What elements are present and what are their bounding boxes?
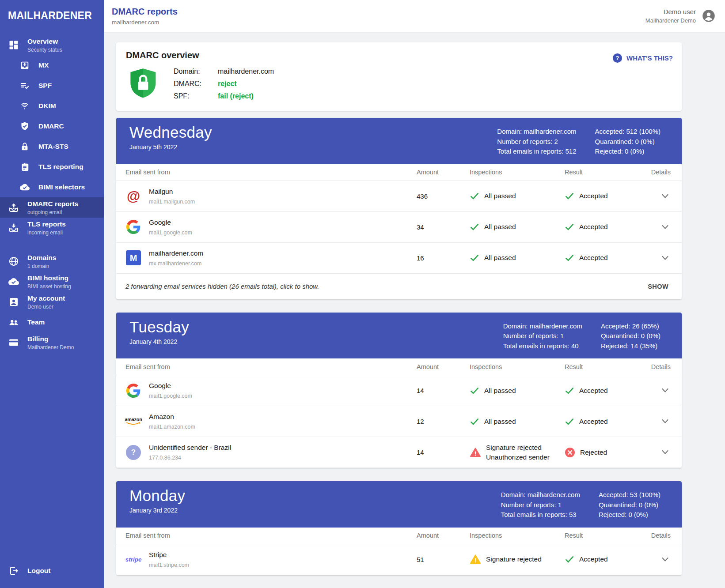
day-stats-left: Domain: mailhardener.comNumber of report… (501, 490, 580, 520)
google-logo (125, 219, 141, 235)
stat-line: Quarantined: 0 (0%) (599, 500, 660, 510)
sender-domain: mx.mailhardener.com (149, 260, 203, 267)
column-header-amount: Amount (417, 532, 470, 539)
lock-icon (19, 141, 30, 152)
check-icon (470, 253, 479, 263)
sidebar-item-my-account[interactable]: My account Demo user (0, 292, 104, 312)
sidebar-item-label: SPF (38, 81, 52, 90)
overview-row-label: Domain: (174, 68, 218, 75)
stat-line: Domain: mailhardener.com (501, 490, 580, 500)
user-box[interactable]: Demo user Mailhardener Demo (645, 8, 715, 24)
whats-this-label: WHAT'S THIS? (626, 54, 673, 62)
day-title: Monday (129, 487, 185, 505)
sidebar-item-label: Billing (27, 335, 74, 343)
sidebar-item-dmarc-reports[interactable]: DMARC reports outgoing email (0, 197, 104, 218)
sidebar-item-mta-sts[interactable]: MTA-STS (0, 136, 104, 157)
sidebar-item-tls-reports[interactable]: TLS reports incoming email (0, 218, 104, 238)
page-titles: DMARC reports mailhardener.com (112, 7, 178, 26)
sender-cell: Google mail1.google.com (125, 382, 417, 399)
account-circle-icon[interactable] (702, 9, 715, 23)
stat-line: Total emails in reports: 53 (501, 510, 580, 520)
sidebar-item-domains[interactable]: Domains 1 domain (0, 251, 104, 271)
dashboard-icon (8, 39, 19, 51)
column-header-result: Result (565, 532, 644, 539)
dmarc-overview-card: DMARC overview ? WHAT'S THIS? Do (116, 42, 682, 111)
overview-row-value: reject (218, 80, 237, 88)
show-button[interactable]: SHOW (641, 279, 676, 294)
day-stats: Domain: mailhardener.comNumber of report… (501, 487, 660, 520)
top-bar: DMARC reports mailhardener.com Demo user… (104, 0, 725, 32)
sidebar-item-billing[interactable]: Billing Mailhardener Demo (0, 332, 104, 353)
result-text: Accepted (579, 254, 608, 262)
sidebar-item-spf[interactable]: SPF (0, 75, 104, 96)
amount-cell: 34 (417, 223, 470, 231)
overview-title: DMARC overview (126, 50, 673, 60)
chevron-down-icon[interactable] (660, 386, 671, 395)
overview-row-label: DMARC: (174, 80, 218, 88)
result-text: Accepted (579, 192, 608, 200)
sidebar-item-team[interactable]: Team (0, 312, 104, 332)
content-area: DMARC overview ? WHAT'S THIS? Do (104, 32, 725, 588)
sidebar-item-dmarc[interactable]: DMARC (0, 116, 104, 136)
column-header-inspections: Inspections (470, 169, 565, 176)
sidebar-item-sublabel: 1 domain (27, 263, 56, 269)
logout-button[interactable]: Logout (0, 561, 104, 581)
table-row[interactable]: amazon Amazon mail1.amazon.com 12 All pa… (116, 406, 682, 437)
sidebar-item-label: TLS reporting (38, 162, 84, 171)
table-row[interactable]: stripe Stripe mail1.stripe.com 51 Signat… (116, 544, 682, 575)
sender-domain: 177.0.86.234 (149, 455, 231, 461)
person-box-icon (8, 296, 19, 308)
day-card-monday: Monday January 3rd 2022 Domain: mailhard… (116, 481, 682, 575)
chevron-down-icon[interactable] (660, 223, 671, 231)
sender-domain: mail1.stripe.com (149, 562, 189, 568)
inspections-cell: All passed (470, 222, 565, 232)
column-header-details: Details (644, 169, 672, 176)
table-row[interactable]: @ Mailgun mail1.mailgun.com 436 All pass… (116, 181, 682, 212)
sidebar-item-dkim[interactable]: DKIM (0, 96, 104, 116)
hidden-senders-row[interactable]: 2 forwarding email services hidden (26 e… (116, 274, 682, 299)
stripe-logo: stripe (125, 551, 141, 567)
day-stats: Domain: mailhardener.comNumber of report… (503, 318, 660, 351)
exit-icon (8, 565, 19, 577)
day-cards: Wednesday January 5th 2022 Domain: mailh… (116, 118, 682, 575)
sidebar-item-tls-reporting[interactable]: TLS reporting (0, 157, 104, 177)
table-row[interactable]: Google mail1.google.com 14 All passed Ac… (116, 375, 682, 406)
sidebar-item-overview[interactable]: Overview Security status (0, 35, 104, 55)
sidebar-item-label: BIMI selectors (38, 183, 85, 192)
sender-name: Google (149, 219, 192, 226)
sender-cell: stripe Stripe mail1.stripe.com (125, 551, 417, 568)
team-icon (8, 317, 19, 328)
stat-line: Total emails in reports: 40 (503, 341, 582, 351)
sender-cell: amazon Amazon mail1.amazon.com (125, 413, 417, 430)
table-row[interactable]: M mailhardener.com mx.mailhardener.com 1… (116, 243, 682, 274)
sidebar-nav: Overview Security status MX SPF DKIM DMA… (0, 35, 104, 353)
chevron-down-icon[interactable] (660, 254, 671, 262)
inbox-download-icon (19, 60, 30, 71)
sender-domain: mail1.google.com (149, 393, 192, 399)
chevron-down-icon[interactable] (660, 417, 671, 426)
sidebar-item-bimi-selectors[interactable]: BIMI selectors (0, 177, 104, 197)
stat-line: Rejected: 0 (0%) (595, 147, 660, 157)
check-icon (470, 222, 479, 232)
main-area: DMARC reports mailhardener.com Demo user… (104, 0, 725, 588)
report-table: Email sent fromAmountInspectionsResultDe… (116, 164, 682, 299)
check-icon (565, 191, 574, 201)
sidebar-item-mx[interactable]: MX (0, 55, 104, 75)
check-icon (565, 554, 574, 564)
chevron-down-icon[interactable] (660, 448, 671, 456)
sender-name: Mailgun (149, 188, 195, 196)
table-row[interactable]: ? Unidentified sender - Brazil 177.0.86.… (116, 437, 682, 468)
chevron-down-icon[interactable] (660, 192, 671, 200)
table-header-row: Email sent fromAmountInspectionsResultDe… (116, 164, 682, 181)
stat-line: Domain: mailhardener.com (503, 321, 582, 332)
sidebar-item-label: MX (38, 61, 49, 70)
result-cell: Accepted (565, 253, 644, 263)
sidebar-item-label: Domains (27, 253, 56, 262)
check-icon (470, 191, 479, 201)
sidebar-item-bimi-hosting[interactable]: BIMI hosting BIMI asset hosting (0, 271, 104, 292)
chevron-down-icon[interactable] (660, 555, 671, 564)
table-row[interactable]: Google mail1.google.com 34 All passed Ac… (116, 212, 682, 243)
sidebar-item-label: Overview (27, 37, 62, 46)
inspection-line: Signature rejected (486, 443, 550, 452)
whats-this-link[interactable]: ? WHAT'S THIS? (612, 53, 673, 63)
